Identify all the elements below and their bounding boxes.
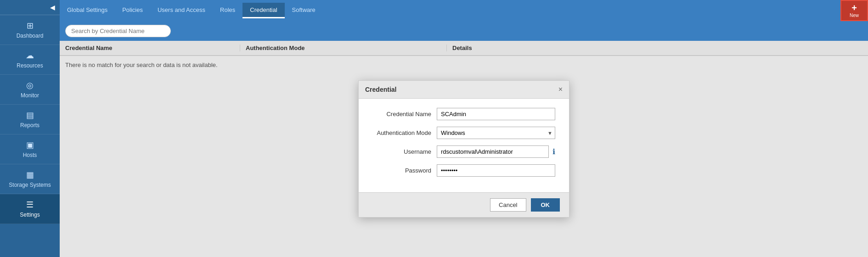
new-button-label: New (850, 13, 859, 18)
search-input[interactable] (65, 25, 171, 37)
sidebar-item-hosts[interactable]: ▣ Hosts (0, 134, 60, 164)
cancel-button[interactable]: Cancel (490, 198, 526, 212)
monitor-icon: ◎ (26, 80, 34, 90)
credential-name-row: Credential Name (372, 108, 555, 120)
tab-credential[interactable]: Credential (242, 3, 284, 18)
authentication-mode-label: Authentication Mode (372, 129, 437, 136)
search-bar (60, 21, 868, 41)
sidebar-item-monitor[interactable]: ◎ Monitor (0, 75, 60, 105)
credential-modal: Credential × Credential Name Authenticat… (358, 80, 569, 218)
top-nav: Global Settings Policies Users and Acces… (60, 0, 868, 21)
tab-policies[interactable]: Policies (115, 3, 150, 18)
tab-users-and-access[interactable]: Users and Access (150, 3, 213, 18)
sidebar-item-label: Settings (20, 212, 39, 218)
authentication-mode-select[interactable]: Windows Linux VMware (437, 127, 555, 139)
password-input[interactable] (437, 164, 555, 177)
new-button[interactable]: + New (840, 0, 868, 21)
tab-software[interactable]: Software (285, 3, 323, 18)
sidebar-item-label: Hosts (23, 152, 37, 158)
sidebar-item-label: Storage Systems (9, 182, 51, 188)
storage-icon: ▦ (26, 170, 34, 180)
credential-name-input[interactable] (437, 108, 555, 120)
username-row: Username ℹ (372, 145, 555, 158)
authentication-mode-wrap: Windows Linux VMware ▼ (437, 127, 555, 139)
username-input[interactable] (437, 145, 549, 158)
table-header: Credential Name Authentication Mode Deta… (60, 41, 868, 56)
sidebar-item-settings[interactable]: ☰ Settings (0, 194, 60, 224)
sidebar-item-storage-systems[interactable]: ▦ Storage Systems (0, 164, 60, 194)
authentication-mode-row: Authentication Mode Windows Linux VMware… (372, 127, 555, 139)
hosts-icon: ▣ (26, 140, 34, 150)
modal-title: Credential (365, 86, 396, 93)
column-credential-name: Credential Name (65, 45, 240, 51)
password-label: Password (372, 167, 437, 174)
main-content: Global Settings Policies Users and Acces… (60, 0, 868, 257)
modal-body: Credential Name Authentication Mode Wind… (359, 99, 569, 192)
sidebar: ◀ ⊞ Dashboard ☁ Resources ◎ Monitor ▤ Re… (0, 0, 60, 257)
sidebar-item-reports[interactable]: ▤ Reports (0, 105, 60, 134)
username-label: Username (372, 148, 437, 155)
modal-footer: Cancel OK (359, 192, 569, 217)
content-area: Credential Name Authentication Mode Deta… (60, 41, 868, 257)
info-icon[interactable]: ℹ (552, 147, 555, 156)
credential-name-label: Credential Name (372, 111, 437, 117)
column-authentication-mode: Authentication Mode (240, 45, 446, 51)
sidebar-item-dashboard[interactable]: ⊞ Dashboard (0, 15, 60, 45)
sidebar-item-label: Reports (20, 122, 39, 128)
modal-close-button[interactable]: × (558, 85, 563, 94)
tab-roles[interactable]: Roles (213, 3, 242, 18)
password-row: Password (372, 164, 555, 177)
sidebar-item-label: Resources (17, 62, 43, 69)
sidebar-item-resources[interactable]: ☁ Resources (0, 45, 60, 75)
sidebar-item-label: Dashboard (17, 33, 44, 39)
sidebar-item-label: Monitor (21, 92, 39, 99)
resources-icon: ☁ (26, 50, 34, 61)
column-details: Details (446, 45, 862, 51)
new-button-icon: + (851, 3, 857, 12)
no-data-message: There is no match for your search or dat… (60, 56, 868, 74)
ok-button[interactable]: OK (531, 198, 560, 212)
dashboard-icon: ⊞ (27, 21, 34, 31)
tab-global-settings[interactable]: Global Settings (60, 3, 115, 18)
collapse-icon[interactable]: ◀ (50, 4, 55, 11)
modal-header: Credential × (359, 81, 569, 99)
settings-icon: ☰ (26, 200, 34, 210)
sidebar-toggle[interactable]: ◀ (0, 0, 60, 15)
reports-icon: ▤ (26, 110, 34, 120)
